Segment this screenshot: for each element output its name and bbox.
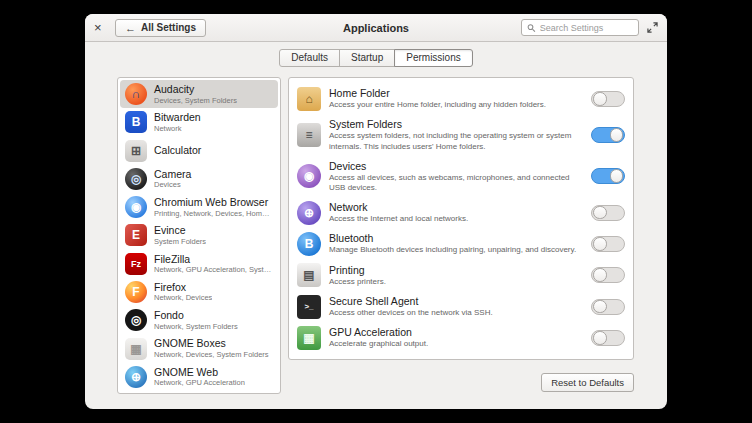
tab-startup[interactable]: Startup <box>339 49 395 67</box>
calculator-icon: ⊞ <box>125 140 147 162</box>
all-settings-label: All Settings <box>141 22 196 33</box>
permission-title: Printing <box>329 264 583 277</box>
reset-defaults-button[interactable]: Reset to Defaults <box>541 373 634 392</box>
permission-description: Manage Bluetooth devices including pairi… <box>329 245 583 255</box>
app-permissions-summary: Network, GPU Acceleration, System Folder… <box>154 265 273 275</box>
toggle-switch[interactable] <box>591 205 625 221</box>
app-name: GNOME Web <box>154 366 245 379</box>
switch-knob <box>593 92 607 106</box>
camera-icon: ◎ <box>125 168 147 190</box>
permission-description: Access all devices, such as webcams, mic… <box>329 173 583 194</box>
app-permissions-summary: Printing, Network, Devices, Home Folder <box>154 209 273 219</box>
permission-title: Network <box>329 201 583 214</box>
permission-row: ≡ System Folders Access system folders, … <box>297 118 625 152</box>
switch-knob <box>593 300 607 314</box>
permission-description: Access the Internet and local networks. <box>329 214 583 224</box>
app-name: Bitwarden <box>154 111 201 124</box>
maximize-button[interactable] <box>647 22 658 33</box>
app-name: Evince <box>154 224 206 237</box>
tab-label: Defaults <box>291 52 328 63</box>
printing-icon: ▤ <box>297 263 321 287</box>
permission-description: Access printers. <box>329 277 583 287</box>
toggle-switch[interactable] <box>591 267 625 283</box>
app-row[interactable]: B Bitwarden Network <box>120 108 278 136</box>
permission-row: ⊕ Network Access the Internet and local … <box>297 201 625 225</box>
app-permissions-summary: Network, GPU Acceleration <box>154 378 245 388</box>
tab-defaults[interactable]: Defaults <box>279 49 340 67</box>
all-settings-button[interactable]: ← All Settings <box>115 19 206 37</box>
tab-label: Startup <box>351 52 383 63</box>
app-name: Calculator <box>154 144 201 157</box>
toggle-switch[interactable] <box>591 299 625 315</box>
app-permissions-summary: System Folders <box>154 237 206 247</box>
permission-description: Accelerate graphical output. <box>329 339 583 349</box>
permission-description: Access other devices on the network via … <box>329 308 583 318</box>
app-permissions-summary: Devices, System Folders <box>154 96 237 106</box>
permission-description: Access your entire Home folder, includin… <box>329 100 583 110</box>
switch-knob <box>593 331 607 345</box>
permission-row: B Bluetooth Manage Bluetooth devices inc… <box>297 232 625 256</box>
app-name: Audacity <box>154 83 237 96</box>
permissions-panel: ⌂ Home Folder Access your entire Home fo… <box>288 77 634 360</box>
app-permissions-summary: Network <box>154 124 201 134</box>
search-icon <box>527 23 536 33</box>
app-row[interactable]: ◎ Camera Devices <box>120 165 278 193</box>
audacity-icon: ∩ <box>125 83 147 105</box>
home-folder-icon: ⌂ <box>297 87 321 111</box>
toggle-switch[interactable] <box>591 91 625 107</box>
settings-window: × ← All Settings Applications Defaults S… <box>85 14 667 409</box>
system-folders-icon: ≡ <box>297 123 321 147</box>
permission-title: Home Folder <box>329 87 583 100</box>
bluetooth-icon: B <box>297 232 321 256</box>
gnome-boxes-icon: ▦ <box>125 338 147 360</box>
app-row[interactable]: ◎ Fondo Network, System Folders <box>120 306 278 334</box>
app-row[interactable]: Fz FileZilla Network, GPU Acceleration, … <box>120 250 278 278</box>
permission-row: ▤ Printing Access printers. <box>297 263 625 287</box>
search-box <box>521 19 639 36</box>
permission-title: Devices <box>329 160 583 173</box>
app-name: Fondo <box>154 309 238 322</box>
app-list: ∩ Audacity Devices, System Folders B Bit… <box>117 77 281 394</box>
switch-knob <box>593 268 607 282</box>
app-row[interactable]: F Firefox Network, Devices <box>120 278 278 306</box>
evince-icon: E <box>125 224 147 246</box>
close-button[interactable]: × <box>94 20 109 35</box>
network-icon: ⊕ <box>297 201 321 225</box>
app-row[interactable]: ▦ GNOME Boxes Network, Devices, System F… <box>120 334 278 362</box>
app-row[interactable]: E Evince System Folders <box>120 221 278 249</box>
permission-title: GPU Acceleration <box>329 326 583 339</box>
switch-knob <box>593 237 607 251</box>
view-switcher: Defaults Startup Permissions <box>85 49 667 67</box>
app-name: FileZilla <box>154 253 273 266</box>
toggle-switch[interactable] <box>591 168 625 184</box>
app-name: GNOME Boxes <box>154 337 269 350</box>
search-input[interactable] <box>540 23 633 33</box>
toggle-switch[interactable] <box>591 236 625 252</box>
gnome-web-icon: ⊕ <box>125 366 147 388</box>
permission-row: ◉ Devices Access all devices, such as we… <box>297 160 625 194</box>
app-name: Camera <box>154 168 191 181</box>
chromium-icon: ◉ <box>125 196 147 218</box>
permission-title: Secure Shell Agent <box>329 295 583 308</box>
headerbar: × ← All Settings Applications <box>85 14 667 42</box>
app-name: Chromium Web Browser <box>154 196 273 209</box>
toggle-switch[interactable] <box>591 127 625 143</box>
app-row[interactable]: ∩ Audacity Devices, System Folders <box>120 80 278 108</box>
permission-row: >_ Secure Shell Agent Access other devic… <box>297 295 625 319</box>
app-row[interactable]: ⊕ GNOME Web Network, GPU Acceleration <box>120 363 278 391</box>
filezilla-icon: Fz <box>125 253 147 275</box>
permission-row: ▦ GPU Acceleration Accelerate graphical … <box>297 326 625 350</box>
tab-permissions[interactable]: Permissions <box>394 49 472 67</box>
devices-icon: ◉ <box>297 164 321 188</box>
permission-title: Bluetooth <box>329 232 583 245</box>
app-row[interactable]: ⊞ Calculator <box>120 137 278 165</box>
back-arrow-icon: ← <box>125 22 136 34</box>
permission-row: ⌂ Home Folder Access your entire Home fo… <box>297 87 625 111</box>
app-row[interactable]: ◉ Chromium Web Browser Printing, Network… <box>120 193 278 221</box>
app-permissions-summary: Network, Devices <box>154 293 212 303</box>
resize-icon <box>647 22 658 33</box>
tab-label: Permissions <box>406 52 460 63</box>
firefox-icon: F <box>125 281 147 303</box>
app-permissions-summary: Network, System Folders <box>154 322 238 332</box>
toggle-switch[interactable] <box>591 330 625 346</box>
